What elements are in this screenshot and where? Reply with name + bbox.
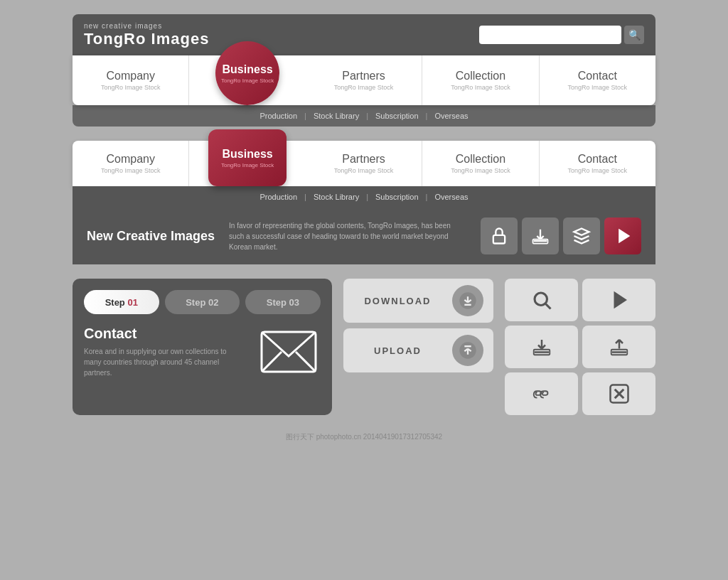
nav2-sub-contact: TongRo Image Stock: [568, 167, 628, 174]
svg-marker-12: [614, 293, 625, 307]
nav2-item-collection[interactable]: Collection TongRo Image Stock: [422, 141, 539, 186]
nav-sub-contact: TongRo Image Stock: [568, 84, 628, 91]
nav-bar-1: Company TongRo Image Stock Business Tong…: [73, 55, 655, 105]
nav2-item-partners[interactable]: Partners TongRo Image Stock: [306, 141, 422, 186]
nav-sub-collection: TongRo Image Stock: [451, 84, 510, 91]
icon-grid-card: [505, 279, 655, 415]
steps-row: Step 01 Step 02 Step 03: [84, 290, 321, 314]
nav-item-contact[interactable]: Contact TongRo Image Stock: [540, 55, 655, 105]
search-button[interactable]: 🔍: [624, 26, 644, 44]
nav2-label-partners: Partners: [342, 153, 385, 166]
subnav-production[interactable]: Production: [260, 112, 298, 120]
nav-label-partners: Partners: [342, 70, 385, 82]
mail-icon: [260, 331, 317, 373]
subnav-subscription[interactable]: Subscription: [375, 112, 419, 120]
nav2-active-sub: TongRo Image Stock: [221, 162, 274, 168]
nav2-label-contact: Contact: [578, 153, 617, 166]
nav-section-1: new creative images TongRo Images 🔍 Comp…: [73, 14, 655, 127]
contact-title: Contact: [84, 326, 245, 342]
upload-label: UPLOAD: [353, 345, 443, 356]
header-bar: new creative images TongRo Images 🔍: [73, 14, 655, 55]
download-label: DOWNLOAD: [353, 296, 443, 306]
play-icon-button[interactable]: [604, 218, 641, 254]
svg-point-10: [535, 293, 547, 306]
nav2-active-label: Business: [223, 148, 273, 161]
nav2-item-company[interactable]: Company TongRo Image Stock: [73, 141, 189, 186]
grid-upload-button[interactable]: [582, 326, 655, 368]
sub-nav-2: Production | Stock Library | Subscriptio…: [73, 186, 655, 208]
nav2-label-company: Company: [106, 153, 154, 166]
step-03-button[interactable]: Step 03: [245, 290, 321, 314]
subnav2-subscription[interactable]: Subscription: [375, 193, 419, 201]
lock-icon: [489, 226, 509, 246]
download-icon-button[interactable]: [522, 218, 559, 254]
subnav2-stock-library[interactable]: Stock Library: [314, 193, 359, 201]
sub-nav-bar-1: Production | Stock Library | Subscriptio…: [73, 105, 655, 127]
nav-active-sub-1: TongRo Image Stock: [221, 77, 274, 84]
dl-ul-card: DOWNLOAD UPLOAD: [343, 279, 494, 415]
contact-text: Korea and in supplying our own collectio…: [84, 346, 245, 378]
nav2-item-contact[interactable]: Contact TongRo Image Stock: [540, 141, 655, 186]
nav-bar-2: Company TongRo Image Stock Business Tong…: [73, 141, 655, 186]
nav-item-partners[interactable]: Partners TongRo Image Stock: [306, 55, 422, 105]
lock-icon-button[interactable]: [481, 218, 518, 254]
subnav2-production[interactable]: Production: [260, 193, 298, 201]
upload-circle-icon: [452, 335, 483, 366]
grid-close-button[interactable]: [582, 372, 655, 415]
dark-section: Production | Stock Library | Subscriptio…: [73, 186, 655, 264]
search-input[interactable]: [479, 26, 621, 44]
grid-close-icon: [609, 383, 630, 404]
svg-rect-0: [493, 235, 505, 244]
grid-play-button[interactable]: [582, 279, 655, 321]
contact-area: Contact Korea and in supplying our own c…: [84, 326, 321, 378]
grid-search-icon: [531, 289, 552, 311]
grid-attach-icon: [531, 383, 552, 404]
subnav-stock-library[interactable]: Stock Library: [314, 112, 359, 120]
nav2-active-rect-box: Business TongRo Image Stock: [208, 129, 287, 186]
nav-item-business[interactable]: Business TongRo Image Stock: [189, 55, 305, 105]
layers-icon: [572, 226, 592, 246]
nav2-sub-collection: TongRo Image Stock: [451, 167, 510, 174]
nav-sub-company: TongRo Image Stock: [101, 84, 161, 91]
svg-line-5: [296, 352, 316, 372]
steps-card: Step 01 Step 02 Step 03 Contact Korea an…: [73, 279, 332, 415]
download-circle-icon: [452, 285, 483, 316]
arrow-up-icon: [458, 340, 478, 360]
new-creative-title: New Creative Images: [87, 229, 215, 244]
subnav-overseas[interactable]: Overseas: [434, 112, 468, 120]
mail-icon-box: [257, 327, 321, 377]
brand-title: TongRo Images: [84, 30, 209, 48]
nav-label-collection: Collection: [456, 70, 505, 82]
watermark: 图行天下 photophoto.cn 20140419017312705342: [286, 432, 442, 442]
grid-attach-button[interactable]: [505, 372, 578, 415]
nav2-item-business[interactable]: Business TongRo Image Stock: [189, 141, 305, 186]
nav-section-2: Company TongRo Image Stock Business Tong…: [73, 141, 655, 264]
nav-active-label-1: Business: [223, 63, 273, 76]
nav-label-contact: Contact: [578, 70, 617, 82]
download-icon: [530, 226, 550, 246]
nav2-label-collection: Collection: [456, 153, 505, 166]
new-creative-bar: New Creative Images In favor of represen…: [73, 208, 655, 264]
nav-label-company: Company: [106, 70, 154, 82]
icon-buttons: [481, 218, 641, 254]
svg-line-4: [262, 352, 282, 372]
subnav2-overseas[interactable]: Overseas: [434, 193, 468, 201]
grid-search-button[interactable]: [505, 279, 578, 321]
step-01-button[interactable]: Step 01: [84, 290, 159, 314]
new-creative-text: In favor of representing the global cont…: [229, 220, 466, 252]
download-button[interactable]: DOWNLOAD: [343, 279, 494, 323]
nav-active-circle: Business TongRo Image Stock: [215, 41, 279, 105]
brand-tagline: new creative images: [84, 22, 209, 30]
grid-download-button[interactable]: [505, 326, 578, 368]
bottom-section: Step 01 Step 02 Step 03 Contact Korea an…: [73, 279, 655, 415]
nav2-sub-partners: TongRo Image Stock: [334, 167, 394, 174]
nav-item-company[interactable]: Company TongRo Image Stock: [73, 55, 189, 105]
nav-sub-partners: TongRo Image Stock: [334, 84, 394, 91]
layers-icon-button[interactable]: [563, 218, 600, 254]
step-02-button[interactable]: Step 02: [165, 290, 240, 314]
contact-info: Contact Korea and in supplying our own c…: [84, 326, 245, 378]
nav-item-collection[interactable]: Collection TongRo Image Stock: [422, 55, 539, 105]
brand-area: new creative images TongRo Images: [84, 22, 209, 48]
upload-button[interactable]: UPLOAD: [343, 328, 494, 372]
nav2-sub-company: TongRo Image Stock: [101, 167, 161, 174]
